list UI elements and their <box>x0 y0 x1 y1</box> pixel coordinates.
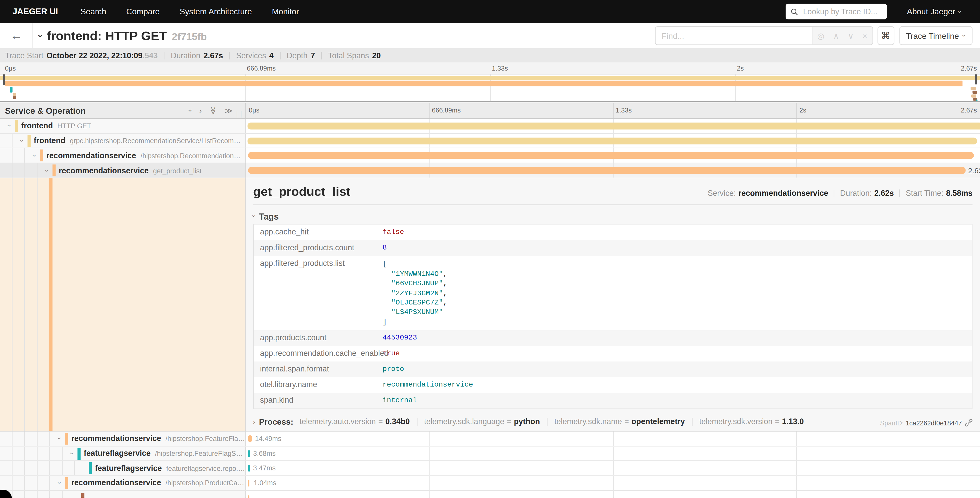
tag-key: otel.library.name <box>260 380 382 389</box>
minimap-span <box>13 96 16 99</box>
find-buttons: ◎ ∧ ∨ × <box>811 27 872 44</box>
nav-monitor[interactable]: Monitor <box>272 7 299 16</box>
span-row-featureflag-grpc-parent[interactable]: › recommendationservice /hipstershop.Fea… <box>0 431 980 446</box>
gridline <box>796 491 797 498</box>
collapse-trace-chevron-icon[interactable]: › <box>35 34 46 37</box>
span-row-productcatalog-grpc[interactable]: › recommendationservice /hipstershop.Pro… <box>0 476 980 491</box>
collapse-chevron-icon[interactable]: › <box>68 450 76 457</box>
minimap-drag-handle-left[interactable] <box>3 74 5 85</box>
nav-compare[interactable]: Compare <box>126 7 160 16</box>
collapse-all-icon[interactable]: ≫ <box>209 107 217 115</box>
span-bar[interactable] <box>248 480 249 487</box>
clear-find-icon[interactable]: × <box>862 32 867 40</box>
service-color-bar <box>40 150 43 161</box>
tag-value-json: [ "1YMWWN1N4O" "66VCHSJNUP" "2ZYFJ3GM2N"… <box>382 259 447 327</box>
trace-view-dropdown[interactable]: Trace Timeline › <box>899 26 972 45</box>
timeline-cell[interactable] <box>245 119 980 133</box>
service-name: recommendationservice <box>71 434 161 443</box>
minimap-drag-handle-right[interactable] <box>975 74 977 85</box>
timeline-cell[interactable] <box>245 491 980 498</box>
services-value: 4 <box>269 51 274 60</box>
back-button[interactable]: ← <box>0 23 33 48</box>
span-row-recommendation-grpc[interactable]: › recommendationservice /hipstershop.Rec… <box>0 148 980 163</box>
minimap-tick: 0μs <box>5 64 16 72</box>
span-detail-row: get_product_list Service: recommendation… <box>0 178 980 431</box>
collapse-chevron-icon[interactable]: › <box>56 480 64 487</box>
collapse-chevron-icon[interactable]: › <box>6 123 13 129</box>
find-group: ◎ ∧ ∨ × <box>655 26 873 45</box>
process-accordion-toggle[interactable]: › Process: telemetry.auto.version = 0.34… <box>253 417 973 426</box>
span-row-get-product-list[interactable]: › recommendationservice get_product_list… <box>0 163 980 178</box>
service-name: frontend <box>34 137 65 145</box>
collapse-chevron-icon[interactable]: › <box>43 167 51 174</box>
service-name: featureflagservice <box>84 449 151 458</box>
timeline-cell[interactable]: 2.62s <box>245 163 980 178</box>
gridline <box>613 491 613 498</box>
operation-name: get_product_list <box>153 167 202 174</box>
about-jaeger-label: About Jaeger <box>907 7 955 16</box>
locate-icon[interactable]: ◎ <box>817 32 824 40</box>
spanid-value: 1ca2262df0e18447 <box>906 419 962 426</box>
jaeger-logo[interactable]: JAEGER UI <box>13 7 58 16</box>
nav-search[interactable]: Search <box>81 7 106 16</box>
axis-tick: 2s <box>799 106 806 114</box>
minimap-span <box>970 87 976 90</box>
trace-minimap[interactable] <box>0 74 980 102</box>
trace-id: 2f715fb <box>172 31 207 42</box>
expand-one-icon[interactable]: › <box>199 106 202 115</box>
span-bar[interactable] <box>248 137 977 144</box>
collapse-chevron-icon[interactable]: › <box>18 137 26 144</box>
timeline-cell[interactable] <box>245 134 980 148</box>
span-bar[interactable] <box>248 167 966 174</box>
expand-all-icon[interactable]: ≫ <box>224 106 232 115</box>
span-bar[interactable] <box>248 152 974 159</box>
trace-lookup-input[interactable] <box>802 6 882 17</box>
span-bar[interactable] <box>248 435 252 442</box>
collapse-chevron-icon[interactable]: › <box>56 435 64 442</box>
span-duration-label: 3.68ms <box>253 449 276 457</box>
timeline-cell[interactable]: 14.49ms <box>245 431 980 446</box>
process-value: python <box>514 417 540 426</box>
operation-name: /hipstershop.FeatureFlagService/Ge... <box>155 450 245 457</box>
span-bar[interactable] <box>248 465 250 472</box>
span-row-partial[interactable] <box>0 491 980 498</box>
span-row-frontend-grpc[interactable]: › frontend grpc.hipstershop.Recommendati… <box>0 134 980 148</box>
prev-result-icon[interactable]: ∧ <box>833 32 839 40</box>
span-duration-label: 2.62s <box>968 166 980 175</box>
collapse-chevron-icon[interactable]: › <box>31 152 38 159</box>
service-color-bar <box>81 493 84 498</box>
timeline-cell[interactable] <box>245 148 980 163</box>
about-jaeger-menu[interactable]: About Jaeger › <box>907 7 961 16</box>
keyboard-shortcuts-button[interactable]: ⌘ <box>877 26 894 45</box>
span-bar[interactable] <box>248 450 250 457</box>
gridline <box>429 446 430 461</box>
service-color-bar <box>65 477 68 489</box>
timeline-cell[interactable]: 3.68ms <box>245 446 980 461</box>
collapse-one-icon[interactable]: › <box>186 109 195 112</box>
timeline-cell[interactable]: 1.04ms <box>245 476 980 490</box>
tag-row: app.cache_hit false <box>254 225 972 240</box>
trace-title: frontend: HTTP GET <box>47 29 167 43</box>
operation-name: /hipstershop.ProductCatalogSer... <box>165 479 245 487</box>
service-meta-value: recommendationservice <box>738 189 828 198</box>
process-value: 0.34b0 <box>385 417 410 426</box>
link-icon[interactable] <box>965 419 972 426</box>
column-resizer[interactable]: ││ <box>235 111 244 117</box>
next-result-icon[interactable]: ∨ <box>848 32 854 40</box>
span-row-frontend-http-get[interactable]: › frontend HTTP GET <box>0 119 980 134</box>
span-bar[interactable] <box>248 495 249 498</box>
process-key: telemetry.sdk.version <box>699 417 773 426</box>
operation-name: HTTP GET <box>57 122 91 129</box>
gridline <box>429 431 430 446</box>
timeline-cell[interactable]: 3.47ms <box>245 461 980 476</box>
span-row-featureflagservice-repo-query[interactable]: featureflagservice featureflagservice.re… <box>0 461 980 476</box>
axis-tick: 666.89ms <box>432 106 461 114</box>
span-bar[interactable] <box>248 123 980 129</box>
tags-accordion-toggle[interactable]: › Tags <box>253 209 973 224</box>
span-row-featureflagservice-grpc[interactable]: › featureflagservice /hipstershop.Featur… <box>0 446 980 461</box>
find-input[interactable] <box>655 27 811 44</box>
nav-system-architecture[interactable]: System Architecture <box>180 7 252 16</box>
tag-value: true <box>382 349 400 358</box>
duration-value: 2.67s <box>204 51 223 60</box>
service-name: recommendationservice <box>59 166 149 175</box>
